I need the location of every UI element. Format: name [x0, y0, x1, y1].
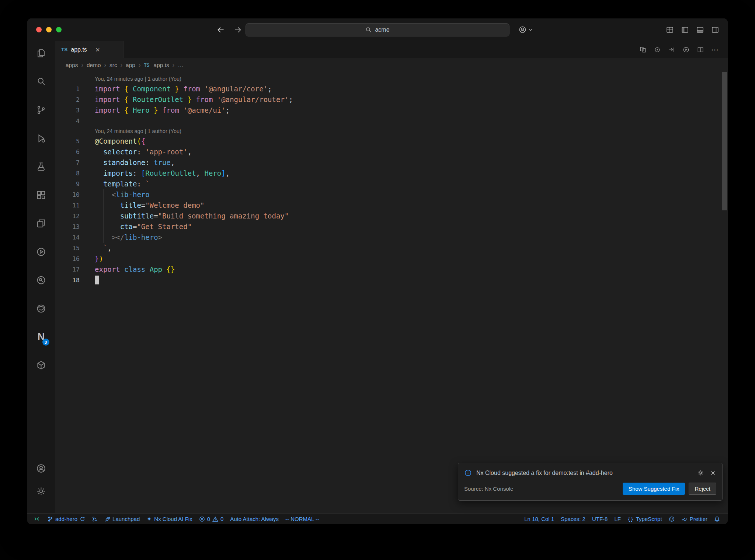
info-icon	[464, 469, 472, 477]
breadcrumb-item[interactable]: app	[126, 62, 135, 69]
indentation-item[interactable]: Spaces: 2	[557, 514, 589, 524]
code-line[interactable]: 6 selector: 'app-root',	[55, 147, 728, 157]
nx-cloud-fix-item[interactable]: Nx Cloud AI Fix	[143, 514, 195, 524]
show-suggested-fix-button[interactable]: Show Suggested Fix	[623, 483, 685, 495]
minimize-window-button[interactable]	[46, 27, 52, 32]
remote-indicator[interactable]	[29, 514, 44, 524]
code-line[interactable]: 3import { Hero } from '@acme/ui';	[55, 105, 728, 116]
line-number: 13	[55, 221, 80, 232]
code-line[interactable]: 10 <lib-hero	[55, 189, 728, 200]
more-actions-icon[interactable]: ⋯	[711, 45, 719, 54]
zoom-window-button[interactable]	[56, 27, 62, 32]
feedback-smiley-item[interactable]	[665, 514, 678, 524]
breadcrumb-item[interactable]: app.ts	[154, 62, 169, 69]
search-box[interactable]: acme	[246, 23, 509, 36]
nx-console-icon[interactable]: N 3	[32, 328, 50, 346]
run-circle-icon[interactable]	[32, 243, 50, 260]
reject-button[interactable]: Reject	[689, 483, 716, 495]
code-line[interactable]: 17export class App {}	[55, 264, 728, 275]
code-line[interactable]: 2import { RouterOutlet } from '@angular/…	[55, 94, 728, 105]
codelens-annotation[interactable]: You, 24 minutes ago | 1 author (You)	[55, 74, 728, 84]
breadcrumb-item[interactable]: …	[178, 62, 184, 69]
code-line[interactable]: 16})	[55, 253, 728, 264]
back-button[interactable]	[216, 25, 226, 35]
problems-item[interactable]: 0 0	[196, 514, 227, 524]
tab-app-ts[interactable]: TS app.ts ×	[55, 41, 124, 58]
notification-source: Source: Nx Console	[464, 486, 619, 492]
vim-mode-item[interactable]: -- NORMAL --	[282, 514, 323, 524]
toggle-sidebar-right-icon[interactable]	[711, 25, 720, 34]
launchpad-item[interactable]: Launchpad	[101, 514, 143, 524]
auto-attach-item[interactable]: Auto Attach: Always	[227, 514, 282, 524]
codelens-annotation[interactable]: You, 24 minutes ago | 1 author (You)	[55, 126, 728, 136]
nx-badge: 3	[42, 339, 49, 346]
toggle-panel-icon[interactable]	[696, 25, 704, 34]
breadcrumb-separator-icon: ›	[139, 62, 140, 69]
code-line[interactable]: 15 `,	[55, 243, 728, 253]
toggle-sidebar-left-icon[interactable]	[681, 25, 689, 34]
breadcrumb-item[interactable]: src	[109, 62, 117, 69]
nx-cloud-fix-label: Nx Cloud AI Fix	[154, 516, 192, 522]
split-editor-icon[interactable]	[697, 46, 704, 53]
notifications-bell-item[interactable]	[711, 514, 723, 524]
line-number: 11	[55, 200, 80, 211]
line-number: 6	[55, 147, 80, 157]
notification-close-icon[interactable]	[710, 470, 716, 476]
remote-explorer-icon[interactable]	[32, 214, 50, 232]
code-line[interactable]: 9 template: `	[55, 179, 728, 189]
breadcrumb-item[interactable]: apps	[66, 62, 78, 69]
code-line[interactable]: 13 cta="Get Started"	[55, 221, 728, 232]
code-editor[interactable]: You, 24 minutes ago | 1 author (You)1imp…	[55, 72, 728, 513]
forward-button[interactable]	[233, 25, 243, 35]
source-control-icon[interactable]	[32, 101, 50, 119]
commit-graph-item[interactable]	[88, 514, 101, 524]
testing-icon[interactable]	[32, 158, 50, 175]
formatter-item[interactable]: Prettier	[678, 514, 711, 524]
vertical-scrollbar[interactable]	[722, 72, 727, 210]
code-line[interactable]: 8 imports: [RouterOutlet, Hero],	[55, 168, 728, 179]
breadcrumb-item[interactable]: demo	[87, 62, 101, 69]
run-debug-icon[interactable]	[32, 129, 50, 147]
swirl-extension-icon[interactable]	[32, 300, 50, 317]
encoding-item[interactable]: UTF-8	[589, 514, 611, 524]
search-value: acme	[375, 27, 389, 33]
smiley-icon	[669, 516, 675, 522]
code-line[interactable]: 11 title="Welcmoe demo"	[55, 200, 728, 211]
code-line[interactable]: 12 subtitle="Build something amazing tod…	[55, 211, 728, 221]
vscode-window: acme	[27, 18, 728, 524]
settings-gear-icon[interactable]	[32, 482, 50, 500]
toggle-blame-icon[interactable]	[654, 46, 661, 53]
code-line[interactable]: 5@Component({	[55, 136, 728, 147]
line-number: 1	[55, 84, 80, 94]
git-branch-icon	[47, 516, 53, 522]
profile-menu[interactable]	[518, 18, 533, 41]
close-window-button[interactable]	[36, 27, 42, 32]
braces-icon: {}	[627, 516, 634, 522]
layout-controls	[665, 18, 720, 41]
accounts-icon[interactable]	[32, 459, 50, 477]
extensions-icon[interactable]	[32, 186, 50, 204]
code-line[interactable]: 18	[55, 275, 728, 286]
language-mode-item[interactable]: {} TypeScript	[624, 514, 665, 524]
tab-bar: TS app.ts ×	[55, 41, 728, 58]
rocket-icon	[104, 516, 110, 522]
notification-settings-gear-icon[interactable]	[697, 469, 704, 476]
line-col-item[interactable]: Ln 18, Col 1	[521, 514, 557, 524]
search-sidebar-icon[interactable]	[32, 73, 50, 90]
sync-icon	[80, 516, 85, 522]
open-changes-icon[interactable]	[668, 46, 675, 53]
code-line[interactable]: 4	[55, 116, 728, 126]
code-line[interactable]: 14 ></lib-hero>	[55, 232, 728, 243]
branch-item[interactable]: add-hero	[44, 514, 88, 524]
code-line[interactable]: 7 standalone: true,	[55, 157, 728, 168]
customize-layout-icon[interactable]	[665, 25, 674, 34]
search-circle-icon[interactable]	[32, 271, 50, 289]
explorer-icon[interactable]	[32, 44, 50, 62]
close-tab-icon[interactable]: ×	[95, 46, 100, 53]
code-line[interactable]: 1import { Component } from '@angular/cor…	[55, 84, 728, 94]
compare-changes-icon[interactable]	[639, 46, 647, 53]
container-cube-icon[interactable]	[32, 356, 50, 374]
run-file-icon[interactable]	[682, 46, 690, 53]
notification-toast: Nx Cloud suggested a fix for demo:test i…	[458, 463, 723, 501]
eol-item[interactable]: LF	[611, 514, 624, 524]
